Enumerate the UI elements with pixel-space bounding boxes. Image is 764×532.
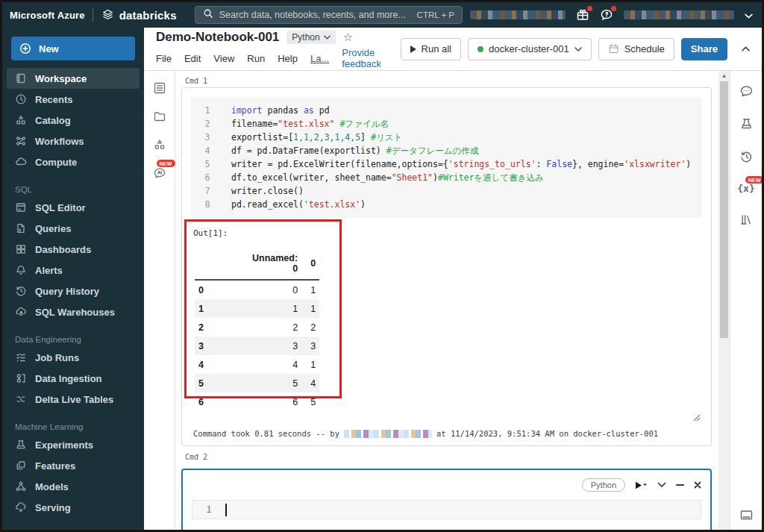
code-token: 'strings_to_urls' xyxy=(448,159,536,169)
sidebar-item-models[interactable]: Models xyxy=(7,476,140,497)
code-line[interactable]: 7writer.close() xyxy=(191,184,702,198)
cell: 0 xyxy=(248,280,301,299)
cmd1-output: Out[1]: Unnamed: 0 0 xyxy=(191,218,702,411)
gift-icon[interactable] xyxy=(576,8,589,22)
language-selector[interactable]: Python xyxy=(286,31,335,44)
sidebar-item-alerts[interactable]: Alerts xyxy=(7,260,140,281)
notebook-title[interactable]: Demo-Notebook-001 xyxy=(156,30,279,45)
code-text: pd.read_excel('test.xlsx') xyxy=(224,198,366,211)
resize-handle[interactable] xyxy=(693,414,701,422)
cell: 3 xyxy=(195,337,248,355)
play-icon xyxy=(410,46,416,53)
cmd2-code-editor[interactable]: 1 xyxy=(192,500,701,519)
menu-help[interactable]: Help xyxy=(278,53,298,64)
table-row: 554 xyxy=(195,374,319,392)
scrollbar-up-arrow[interactable]: ▲ xyxy=(718,73,730,79)
last-edit-label[interactable]: La... xyxy=(310,53,329,64)
share-label: Share xyxy=(691,43,718,54)
code-token: import xyxy=(231,105,263,116)
sidebar-item-job-runs[interactable]: Job Runs xyxy=(7,347,140,368)
help-chat-icon[interactable] xyxy=(600,8,613,22)
menu-view[interactable]: View xyxy=(213,53,234,64)
sidebar-item-query-history[interactable]: Query History xyxy=(7,281,140,301)
code-line[interactable]: 2filename="test.xlsx" #ファイル名 xyxy=(191,117,702,131)
right-rail: NEW {x} xyxy=(730,71,762,530)
sidebar-item-serving[interactable]: Serving xyxy=(7,497,140,518)
comments-icon[interactable] xyxy=(739,84,754,98)
global-search[interactable]: CTRL + P xyxy=(195,6,463,24)
sidebar-item-label: Features xyxy=(35,460,75,472)
sidebar-section-data-engineering: Data Engineering xyxy=(15,335,144,344)
code-token: pd.read_excel( xyxy=(231,199,304,210)
revision-history-icon[interactable] xyxy=(739,150,754,164)
search-icon xyxy=(203,8,213,22)
sidebar-item-sql-warehouses[interactable]: SQL Warehouses xyxy=(7,301,140,322)
share-button[interactable]: Share xyxy=(681,38,727,60)
search-input[interactable] xyxy=(219,10,411,20)
code-line[interactable]: 8pd.read_excel('test.xlsx') xyxy=(191,198,702,211)
new-button[interactable]: New xyxy=(11,37,135,60)
code-token: "test.xlsx" xyxy=(278,119,334,129)
collapse-header-icon[interactable] xyxy=(742,46,750,51)
code-token: pandas xyxy=(263,105,304,116)
databricks-logo[interactable]: databricks xyxy=(101,8,177,22)
assistant-icon[interactable]: NEW xyxy=(153,166,166,180)
variables-icon[interactable]: NEW {x} xyxy=(737,183,754,194)
code-line[interactable]: 3exportlist=[1,1,2,3,1,4,5] #リスト xyxy=(191,131,702,144)
schedule-button[interactable]: Schedule xyxy=(598,38,674,60)
code-line[interactable]: 6df.to_excel(writer, sheet_name="Sheet1"… xyxy=(191,171,702,184)
table-of-contents-icon[interactable] xyxy=(153,81,166,95)
close-cell-icon[interactable] xyxy=(694,481,701,489)
sidebar-item-queries[interactable]: Queries xyxy=(7,218,140,239)
notebook-scroll-area[interactable]: Cmd 1 1import pandas as pd 2filename="te… xyxy=(175,71,718,530)
cell-language-pill[interactable]: Python xyxy=(582,478,625,492)
cell: 5 xyxy=(248,374,301,392)
code-cell-2[interactable]: Python xyxy=(181,469,712,530)
cmd1-code-editor[interactable]: 1import pandas as pd 2filename="test.xls… xyxy=(191,97,702,218)
code-token: writer.close() xyxy=(231,186,304,196)
provide-feedback-link[interactable]: Provide feedback xyxy=(342,47,400,69)
sidebar-item-dashboards[interactable]: Dashboards xyxy=(7,239,140,260)
sidebar-item-workflows[interactable]: Workflows xyxy=(7,131,140,151)
cell: 1 xyxy=(301,280,319,299)
menu-run[interactable]: Run xyxy=(247,53,265,64)
code-cell-1[interactable]: 1import pandas as pd 2filename="test.xls… xyxy=(181,87,712,446)
sidebar-item-features[interactable]: Features xyxy=(7,455,140,476)
cell: 1 xyxy=(248,299,301,318)
sidebar-item-label: Workspace xyxy=(35,73,87,84)
minimize-cell-icon[interactable] xyxy=(676,484,684,486)
vertical-scrollbar[interactable]: ▲ xyxy=(718,71,730,530)
catalog-icon[interactable] xyxy=(153,138,166,151)
sidebar-item-label: Job Runs xyxy=(35,352,79,363)
run-cell-icon[interactable] xyxy=(635,481,648,489)
library-icon[interactable] xyxy=(739,213,754,227)
run-all-button[interactable]: Run all xyxy=(401,38,461,60)
sidebar-item-delta-live-tables[interactable]: Delta Live Tables xyxy=(7,389,140,410)
sidebar-item-compute[interactable]: Compute xyxy=(7,151,140,172)
sidebar-item-recents[interactable]: Recents xyxy=(7,89,140,110)
sidebar-item-sql-editor[interactable]: SQL Editor xyxy=(7,197,140,218)
sidebar-item-catalog[interactable]: Catalog xyxy=(7,110,140,131)
code-line[interactable]: 1import pandas as pd xyxy=(191,104,702,117)
notification-dot xyxy=(611,6,616,11)
cluster-selector[interactable]: docker-cluster-001 xyxy=(468,38,592,60)
sidebar-item-data-ingestion[interactable]: Data Ingestion xyxy=(7,368,140,389)
account-chevron-icon[interactable] xyxy=(745,8,753,22)
chevron-down-icon[interactable] xyxy=(657,482,666,488)
cluster-name: docker-cluster-001 xyxy=(489,43,569,54)
new-button-label: New xyxy=(39,43,59,54)
sidebar-item-workspace[interactable]: Workspace xyxy=(7,68,140,89)
favorite-star-icon[interactable]: ☆ xyxy=(343,31,353,44)
sidebar-item-experiments[interactable]: Experiments xyxy=(7,434,140,455)
toggle-shortcuts-panel-icon[interactable] xyxy=(739,510,754,521)
menu-file[interactable]: File xyxy=(156,53,172,64)
code-line[interactable]: 4df = pd.DataFrame(exportlist) #データフレームの… xyxy=(191,144,702,157)
notebook-header: Demo-Notebook-001 Python ☆ File Edit Vie… xyxy=(144,28,762,71)
folder-icon[interactable] xyxy=(153,110,166,123)
sidebar-item-label: SQL Warehouses xyxy=(35,307,115,318)
menu-edit[interactable]: Edit xyxy=(184,53,201,64)
scrollbar-thumb[interactable] xyxy=(720,81,728,338)
code-line[interactable]: 5writer = pd.ExcelWriter(filename,option… xyxy=(191,157,702,171)
experiments-icon[interactable] xyxy=(739,117,754,131)
index-header xyxy=(195,250,248,280)
